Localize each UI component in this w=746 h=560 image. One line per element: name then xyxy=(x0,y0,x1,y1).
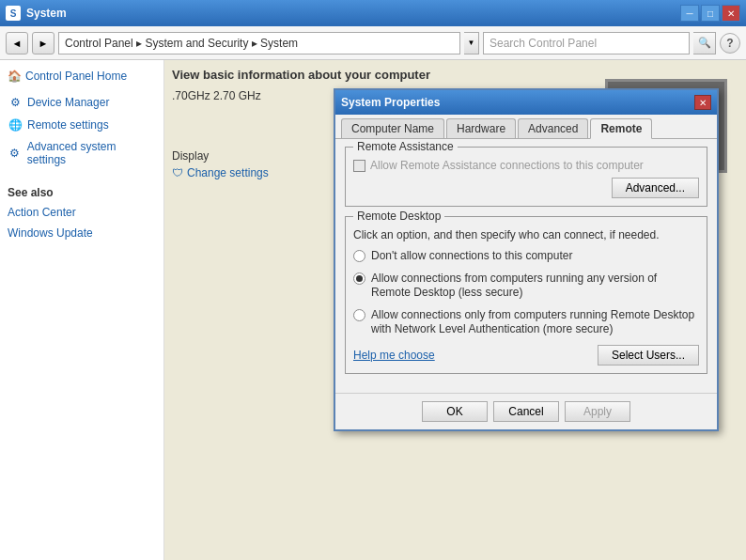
cancel-button[interactable]: Cancel xyxy=(493,401,559,422)
action-center-link[interactable]: Action Center xyxy=(8,205,156,220)
remote-desktop-title: Remote Desktop xyxy=(353,210,444,223)
close-button[interactable]: ✕ xyxy=(722,5,740,22)
control-panel-home-link[interactable]: 🏠 Control Panel Home xyxy=(8,70,156,83)
remote-assistance-checkbox-label: Allow Remote Assistance connections to t… xyxy=(370,159,644,172)
address-path: Control Panel ▸ System and Security ▸ Sy… xyxy=(65,37,298,50)
address-dropdown[interactable]: ▼ xyxy=(464,32,479,54)
remote-assistance-advanced-button[interactable]: Advanced... xyxy=(612,178,699,198)
system-window: S System ─ □ ✕ ◄ ► Control Panel ▸ Syste… xyxy=(0,0,746,560)
sidebar-label-advanced-settings: Advanced system settings xyxy=(27,140,156,166)
title-bar: S System ─ □ ✕ xyxy=(0,0,746,26)
remote-assistance-title: Remote Assistance xyxy=(353,140,458,153)
windows-update-label: Windows Update xyxy=(8,226,93,240)
tab-remote[interactable]: Remote xyxy=(590,118,652,139)
tab-bar: Computer Name Hardware Advanced Remote xyxy=(335,115,717,138)
address-bar: ◄ ► Control Panel ▸ System and Security … xyxy=(0,26,746,60)
main-panel: View basic information about your comput… xyxy=(164,60,746,560)
dialog-title: System Properties xyxy=(341,96,689,109)
radio-any-version[interactable] xyxy=(353,272,365,285)
help-me-choose-link[interactable]: Help me choose xyxy=(353,349,435,362)
radio-label-0: Don't allow connections to this computer xyxy=(371,249,572,264)
dialog-overlay: System Properties ✕ Computer Name Hardwa… xyxy=(164,60,746,560)
radio-label-1: Allow connections from computers running… xyxy=(371,272,699,301)
radio-row-1: Allow connections from computers running… xyxy=(353,272,699,301)
home-label: Control Panel Home xyxy=(25,70,127,83)
action-center-label: Action Center xyxy=(8,206,76,219)
remote-settings-icon: 🌐 xyxy=(8,117,23,132)
window-icon: S xyxy=(6,6,21,21)
title-bar-buttons: ─ □ ✕ xyxy=(680,5,740,22)
remote-assistance-group: Remote Assistance Allow Remote Assistanc… xyxy=(345,147,707,207)
system-properties-dialog: System Properties ✕ Computer Name Hardwa… xyxy=(334,88,719,431)
tab-hardware[interactable]: Hardware xyxy=(446,118,516,138)
remote-assistance-content: Allow Remote Assistance connections to t… xyxy=(353,159,699,198)
address-field[interactable]: Control Panel ▸ System and Security ▸ Sy… xyxy=(58,32,460,54)
tab-advanced[interactable]: Advanced xyxy=(518,118,588,138)
sidebar-item-advanced-settings[interactable]: ⚙ Advanced system settings xyxy=(8,139,156,167)
radio-row-2: Allow connections only from computers ru… xyxy=(353,308,699,337)
remote-assistance-checkbox-row: Allow Remote Assistance connections to t… xyxy=(353,159,699,172)
maximize-button[interactable]: □ xyxy=(701,5,720,22)
help-button[interactable]: ? xyxy=(720,33,740,54)
advanced-button-row: Advanced... xyxy=(353,178,699,198)
radio-no-connections[interactable] xyxy=(353,250,365,262)
sidebar-item-device-manager[interactable]: ⚙ Device Manager xyxy=(8,94,156,111)
remote-desktop-content: Click an option, and then specify who ca… xyxy=(353,228,699,366)
select-users-button[interactable]: Select Users... xyxy=(598,345,699,366)
windows-update-link[interactable]: Windows Update xyxy=(8,226,156,241)
advanced-settings-icon: ⚙ xyxy=(8,146,23,161)
sidebar: 🏠 Control Panel Home ⚙ Device Manager 🌐 … xyxy=(0,60,164,560)
home-icon: 🏠 xyxy=(8,70,22,83)
window-title: System xyxy=(26,7,675,20)
search-field[interactable]: Search Control Panel xyxy=(483,32,690,54)
search-placeholder: Search Control Panel xyxy=(490,37,597,50)
see-also-title: See also xyxy=(8,186,156,199)
apply-button[interactable]: Apply xyxy=(565,401,630,422)
see-also-section: See also Action Center Windows Update xyxy=(8,186,156,241)
sidebar-label-remote-settings: Remote settings xyxy=(27,118,109,132)
dialog-footer: OK Cancel Apply xyxy=(335,393,717,429)
remote-desktop-desc: Click an option, and then specify who ca… xyxy=(353,228,699,241)
dialog-close-button[interactable]: ✕ xyxy=(694,95,711,110)
device-manager-icon: ⚙ xyxy=(8,95,23,110)
remote-desktop-group: Remote Desktop Click an option, and then… xyxy=(345,216,707,374)
minimize-button[interactable]: ─ xyxy=(680,5,699,22)
remote-assistance-checkbox[interactable] xyxy=(353,160,365,172)
forward-button[interactable]: ► xyxy=(32,32,54,54)
sidebar-item-remote-settings[interactable]: 🌐 Remote settings xyxy=(8,117,156,133)
sidebar-label-device-manager: Device Manager xyxy=(27,96,109,109)
back-button[interactable]: ◄ xyxy=(6,32,28,54)
radio-label-2: Allow connections only from computers ru… xyxy=(371,308,699,337)
ok-button[interactable]: OK xyxy=(422,401,488,422)
radio-nla-only[interactable] xyxy=(353,309,365,321)
dialog-title-bar: System Properties ✕ xyxy=(335,90,717,115)
dialog-body: Remote Assistance Allow Remote Assistanc… xyxy=(335,138,717,393)
search-button[interactable]: 🔍 xyxy=(693,32,716,54)
radio-row-0: Don't allow connections to this computer xyxy=(353,249,699,264)
tab-computer-name[interactable]: Computer Name xyxy=(341,118,444,138)
content-area: 🏠 Control Panel Home ⚙ Device Manager 🌐 … xyxy=(0,60,746,560)
